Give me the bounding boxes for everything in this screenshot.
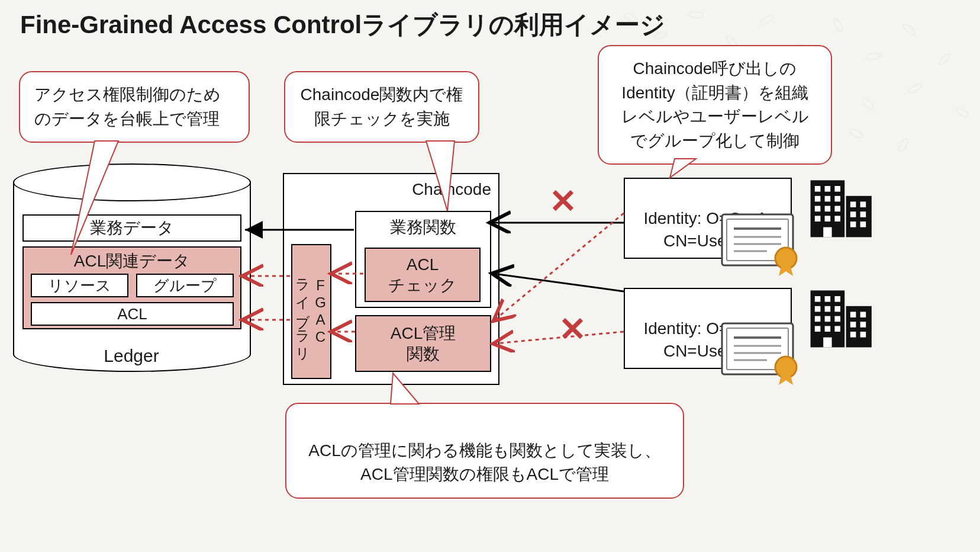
svg-point-23 <box>897 137 910 153</box>
svg-rect-60 <box>860 312 866 317</box>
fgac-library-label: FGAC ライブラリ <box>294 269 329 355</box>
svg-rect-52 <box>834 306 840 312</box>
certificate-icon <box>720 320 802 385</box>
svg-rect-42 <box>850 222 856 227</box>
ledger-group: グループ <box>136 274 234 297</box>
ledger-acl-label: ACL <box>117 305 147 323</box>
svg-rect-35 <box>815 216 821 222</box>
callout-acl-mgmt: ACLの管理に関わる機能も関数として実装し、 ACL管理関数の権限もACLで管理 <box>285 403 684 499</box>
svg-rect-55 <box>834 316 840 322</box>
svg-rect-47 <box>815 296 821 302</box>
svg-rect-59 <box>850 312 856 317</box>
svg-rect-26 <box>815 186 821 192</box>
svg-rect-61 <box>850 322 856 328</box>
svg-rect-40 <box>850 211 856 217</box>
svg-rect-32 <box>815 206 821 212</box>
svg-rect-28 <box>834 186 840 192</box>
ledger-resource-label: リソース <box>48 275 111 296</box>
svg-point-7 <box>866 52 881 60</box>
chaincode-container: Chaincode FGAC ライブラリ 業務関数 ACL チェック ACL管理… <box>283 173 499 385</box>
svg-rect-51 <box>825 306 831 312</box>
svg-point-79 <box>775 357 797 378</box>
svg-rect-44 <box>823 227 831 238</box>
svg-rect-63 <box>850 332 856 338</box>
svg-point-2 <box>688 11 703 19</box>
fgac-library-box: FGAC ライブラリ <box>291 244 331 379</box>
svg-rect-41 <box>860 211 866 217</box>
svg-rect-64 <box>860 332 866 338</box>
svg-rect-54 <box>825 316 831 322</box>
ledger-acl: ACL <box>31 302 234 326</box>
svg-rect-27 <box>825 186 831 192</box>
chaincode-label: Chaincode <box>412 180 491 199</box>
svg-rect-53 <box>815 316 821 322</box>
svg-point-17 <box>955 106 969 119</box>
ledger-group-label: グループ <box>153 275 217 296</box>
svg-point-15 <box>860 97 875 111</box>
svg-rect-50 <box>815 306 821 312</box>
callout-chaincode: Chaincode関数内で権限チェックを実施 <box>284 71 479 143</box>
svg-rect-36 <box>825 216 831 222</box>
svg-rect-34 <box>834 206 840 212</box>
svg-rect-30 <box>825 196 831 202</box>
svg-rect-43 <box>860 222 866 227</box>
ledger-resource: リソース <box>31 274 128 297</box>
svg-rect-25 <box>846 196 872 238</box>
callout-identity: Chaincode呼び出しのIdentity（証明書）を組織レベルやユーザーレベ… <box>598 45 832 165</box>
ledger-acl-related-label: ACL関連データ <box>24 250 240 272</box>
callout-ledger-text: アクセス権限制御のためのデータを台帳上で管理 <box>34 85 221 128</box>
business-fn-label: 業務関数 <box>390 217 456 238</box>
svg-point-72 <box>775 248 797 269</box>
svg-point-4 <box>759 14 774 27</box>
acl-check-label: ACL チェック <box>388 254 457 296</box>
building-icon <box>805 282 876 353</box>
building-icon <box>805 172 876 243</box>
svg-rect-56 <box>815 326 821 332</box>
callout-acl-mgmt-text: ACLの管理に関わる機能も関数として実装し、 ACL管理関数の権限もACLで管理 <box>308 441 660 484</box>
svg-point-9 <box>937 52 952 66</box>
svg-rect-29 <box>815 196 821 202</box>
deny-icon: ✕ <box>559 313 586 346</box>
acl-check-box: ACL チェック <box>365 248 481 302</box>
svg-line-85 <box>495 213 624 320</box>
svg-point-16 <box>907 83 923 94</box>
ledger-acl-related: ACL関連データ リソース グループ ACL <box>22 246 241 329</box>
acl-mgmt-fn-label: ACL管理 関数 <box>391 323 456 364</box>
svg-rect-65 <box>823 338 831 348</box>
svg-rect-39 <box>860 201 866 207</box>
ledger-label: Ledger <box>13 346 250 366</box>
slide-title: Fine-Grained Access Controlライブラリの利用イメージ <box>20 8 665 41</box>
svg-line-84 <box>494 274 624 291</box>
ledger-business-data: 業務データ <box>22 214 241 242</box>
callout-identity-text: Chaincode呼び出しのIdentity（証明書）を組織レベルやユーザーレベ… <box>621 59 809 150</box>
svg-rect-48 <box>825 296 831 302</box>
svg-rect-38 <box>850 201 856 207</box>
acl-mgmt-fn-box: ACL管理 関数 <box>355 315 491 372</box>
callout-chaincode-text: Chaincode関数内で権限チェックを実施 <box>301 85 463 128</box>
ledger-cylinder: Ledger 業務データ ACL関連データ リソース グループ ACL <box>13 163 250 389</box>
svg-point-8 <box>902 23 917 36</box>
svg-rect-33 <box>825 206 831 212</box>
ledger-business-data-label: 業務データ <box>90 217 174 239</box>
svg-rect-37 <box>834 216 840 222</box>
svg-rect-31 <box>834 196 840 202</box>
svg-rect-46 <box>846 306 872 348</box>
callout-ledger: アクセス権限制御のためのデータを台帳上で管理 <box>19 71 250 143</box>
svg-rect-49 <box>834 296 840 302</box>
svg-rect-58 <box>834 326 840 332</box>
svg-point-22 <box>848 127 863 140</box>
deny-icon: ✕ <box>549 185 577 218</box>
svg-rect-62 <box>860 322 866 328</box>
svg-rect-57 <box>825 326 831 332</box>
svg-point-6 <box>832 17 844 33</box>
certificate-icon <box>720 211 802 276</box>
